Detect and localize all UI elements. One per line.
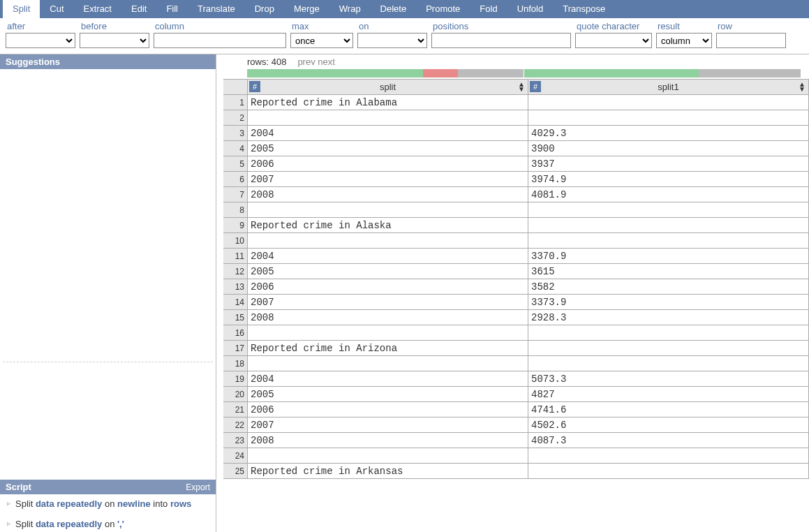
- col-name-1: split1: [658, 82, 678, 92]
- cell-split[interactable]: [248, 233, 528, 249]
- export-link[interactable]: Export: [186, 482, 210, 492]
- cell-split1[interactable]: 4029.3: [528, 126, 808, 141]
- cell-split[interactable]: 2008: [248, 187, 528, 202]
- row-number: 9: [223, 218, 248, 233]
- param-quote-select[interactable]: [575, 33, 652, 48]
- param-max-select[interactable]: once: [290, 33, 353, 48]
- cell-split[interactable]: [248, 110, 528, 126]
- cell-split[interactable]: 2007: [248, 418, 528, 433]
- cell-split1[interactable]: 2928.3: [528, 310, 808, 325]
- cell-split[interactable]: [248, 448, 528, 464]
- cell-split1[interactable]: [528, 95, 808, 110]
- param-column-input[interactable]: [154, 33, 286, 48]
- cell-split1[interactable]: [528, 325, 808, 341]
- cell-split1[interactable]: [528, 218, 808, 233]
- cell-split1[interactable]: [528, 110, 808, 126]
- cell-split[interactable]: 2007: [248, 172, 528, 187]
- cell-split[interactable]: 2008: [248, 433, 528, 448]
- cell-split[interactable]: 2004: [248, 371, 528, 387]
- cell-split1[interactable]: 5073.3: [528, 371, 808, 387]
- cell-split1[interactable]: [528, 202, 808, 218]
- cell-split[interactable]: 2006: [248, 402, 528, 418]
- cell-split[interactable]: 2008: [248, 310, 528, 325]
- row-number: 5: [223, 156, 248, 172]
- cell-split1[interactable]: [528, 448, 808, 464]
- sort-icon[interactable]: ▲▼: [518, 82, 525, 91]
- menu-drop[interactable]: Drop: [245, 0, 284, 18]
- row-number: 21: [223, 402, 248, 418]
- menu-wrap[interactable]: Wrap: [329, 0, 371, 18]
- param-before-select[interactable]: [80, 33, 149, 48]
- param-on-label: on: [357, 21, 427, 31]
- cell-split[interactable]: [248, 356, 528, 371]
- cell-split1[interactable]: 3370.9: [528, 249, 808, 264]
- cell-split1[interactable]: 4087.3: [528, 433, 808, 448]
- cell-split[interactable]: 2004: [248, 126, 528, 141]
- menu-cut[interactable]: Cut: [40, 0, 73, 18]
- cell-split1[interactable]: 4827: [528, 387, 808, 402]
- menu-edit[interactable]: Edit: [121, 0, 156, 18]
- menu-delete[interactable]: Delete: [371, 0, 417, 18]
- menu-extract[interactable]: Extract: [74, 0, 121, 18]
- cell-split1[interactable]: 3582: [528, 279, 808, 295]
- cell-split1[interactable]: [528, 464, 808, 479]
- param-positions-input[interactable]: [431, 33, 571, 48]
- cell-split[interactable]: 2007: [248, 295, 528, 310]
- cell-split[interactable]: Reported crime in Alabama: [248, 95, 528, 110]
- prev-link[interactable]: prev: [297, 57, 315, 67]
- cell-split[interactable]: Reported crime in Arkansas: [248, 464, 528, 479]
- cell-split1[interactable]: 4741.6: [528, 402, 808, 418]
- script-line-0[interactable]: Split data repeatedly on newline into ro…: [7, 498, 209, 509]
- cell-split[interactable]: 2006: [248, 156, 528, 172]
- cell-split[interactable]: [248, 202, 528, 218]
- cell-split[interactable]: Reported crime in Alaska: [248, 218, 528, 233]
- cell-split1[interactable]: 4081.9: [528, 187, 808, 202]
- cell-split[interactable]: 2005: [248, 387, 528, 402]
- col-header-split1[interactable]: # split1 ▲▼: [528, 80, 808, 95]
- param-after-select[interactable]: [6, 33, 75, 48]
- hist-seg-gray: [458, 69, 524, 77]
- table-row: 16: [223, 325, 809, 341]
- col-header-split[interactable]: # split ▲▼: [248, 80, 528, 95]
- menu-split[interactable]: Split: [3, 0, 40, 18]
- script-line-1[interactable]: Split data repeatedly on ',': [7, 519, 209, 529]
- cell-split1[interactable]: 3615: [528, 264, 808, 279]
- param-row: row: [716, 21, 786, 48]
- next-link[interactable]: next: [318, 57, 335, 67]
- cell-split1[interactable]: 3974.9: [528, 172, 808, 187]
- cell-split1[interactable]: 3900: [528, 141, 808, 156]
- sort-icon[interactable]: ▲▼: [799, 82, 806, 91]
- param-row-input[interactable]: [716, 33, 786, 48]
- table-row: 2320084087.3: [223, 433, 809, 448]
- table-row: 10: [223, 233, 809, 249]
- menu-fill[interactable]: Fill: [156, 0, 188, 18]
- param-result: result column: [656, 21, 712, 48]
- menu-promote[interactable]: Promote: [416, 0, 470, 18]
- table-row: 25Reported crime in Arkansas: [223, 464, 809, 479]
- cell-split[interactable]: 2004: [248, 249, 528, 264]
- row-number: 3: [223, 126, 248, 141]
- cell-split1[interactable]: 3937: [528, 156, 808, 172]
- table-row: 1120043370.9: [223, 249, 809, 264]
- param-result-select[interactable]: column: [656, 33, 712, 48]
- hash-icon: #: [530, 81, 541, 92]
- cell-split[interactable]: Reported crime in Arizona: [248, 341, 528, 356]
- cell-split[interactable]: 2006: [248, 279, 528, 295]
- menu-unfold[interactable]: Unfold: [507, 0, 554, 18]
- cell-split[interactable]: [248, 325, 528, 341]
- cell-split[interactable]: 2005: [248, 264, 528, 279]
- cell-split1[interactable]: [528, 356, 808, 371]
- suggestions-body: [3, 69, 213, 362]
- cell-split1[interactable]: 3373.9: [528, 295, 808, 310]
- menu-fold[interactable]: Fold: [470, 0, 507, 18]
- menu-transpose[interactable]: Transpose: [553, 0, 615, 18]
- cell-split1[interactable]: 4502.6: [528, 418, 808, 433]
- menu-merge[interactable]: Merge: [284, 0, 329, 18]
- menu-translate[interactable]: Translate: [188, 0, 245, 18]
- param-on-select[interactable]: [357, 33, 427, 48]
- cell-split1[interactable]: [528, 341, 808, 356]
- table-row: 17Reported crime in Arizona: [223, 341, 809, 356]
- row-number: 25: [223, 464, 248, 479]
- cell-split1[interactable]: [528, 233, 808, 249]
- cell-split[interactable]: 2005: [248, 141, 528, 156]
